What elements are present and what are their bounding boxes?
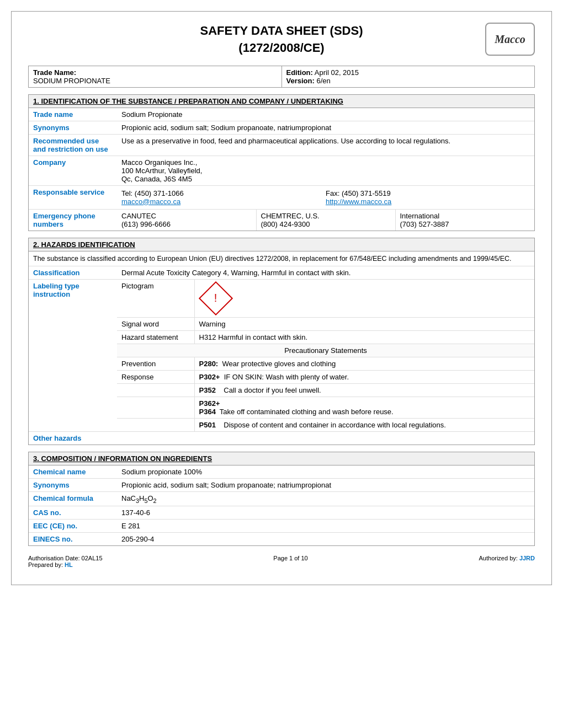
- section-2-number: 2.: [33, 240, 39, 249]
- value-eec: E 281: [117, 520, 534, 533]
- prevention-value: P280: Wear protective gloves and clothin…: [194, 357, 534, 370]
- label-chemical-name: Chemical name: [29, 465, 117, 479]
- emergency-col3-phone: (703) 527-3887: [400, 220, 449, 228]
- table-row-synonyms3: Synonyms Propionic acid, sodium salt; So…: [29, 478, 534, 491]
- trade-name-col: Trade Name: SODIUM PROPIONATE: [29, 66, 282, 87]
- labeling-precautionary-header-row: Precautionary Statements: [117, 344, 534, 357]
- labeling-pictogram-row: Pictogram !: [117, 280, 534, 318]
- trade-edition-row: Trade Name: SODIUM PROPIONATE Edition: A…: [28, 66, 535, 88]
- hazard-statement-value: H312 Harmful in contact with skin.: [194, 330, 534, 344]
- responsible-web[interactable]: http://www.macco.ca: [326, 197, 391, 206]
- table-row-chemical-name: Chemical name Sodium propionate 100%: [29, 465, 534, 479]
- section-1-table: Trade name Sodium Propionate Synonyms Pr…: [29, 108, 534, 231]
- edition-col: Edition: April 02, 2015 Version: 6/en: [282, 66, 535, 87]
- emergency-col3-name: International: [400, 212, 440, 220]
- page-title-block: SAFETY DATA SHEET (SDS) (1272/2008/CE): [78, 23, 485, 57]
- label-other-hazards: Other hazards: [29, 431, 117, 445]
- authorized-label: Authorized by:: [479, 555, 519, 561]
- edition-value: April 02, 2015: [315, 68, 359, 77]
- signal-word-value: Warning: [194, 317, 534, 330]
- value-chemical-name: Sodium propionate 100%: [117, 465, 534, 479]
- version-value: 6/en: [316, 77, 330, 85]
- table-row: Synonyms Propionic acid, sodium salt; So…: [29, 121, 534, 134]
- section-3-number: 3.: [33, 454, 39, 463]
- label-classification: Classification: [29, 266, 117, 280]
- table-row-classification: Classification Dermal Acute Toxicity Cat…: [29, 266, 534, 280]
- labeling-hazard-row: Hazard statement H312 Harmful in contact…: [117, 330, 534, 344]
- table-row-other-hazards: Other hazards: [29, 431, 534, 445]
- label-synonyms3: Synonyms: [29, 478, 117, 491]
- table-row: Recommended useand restriction on use Us…: [29, 134, 534, 156]
- table-row-responsible: Responsable service Tel: (450) 371-1066 …: [29, 185, 534, 209]
- section-3-header: 3. COMPOSITION / INFORMATION ON INGREDIE…: [29, 452, 534, 465]
- responsible-tel: Tel: (450) 371-1066: [121, 189, 184, 197]
- section-3: 3. COMPOSITION / INFORMATION ON INGREDIE…: [28, 452, 535, 547]
- label-chemical-formula: Chemical formula: [29, 491, 117, 506]
- value-trade-name: Sodium Propionate: [117, 108, 534, 121]
- label-labeling: Labeling typeinstruction: [29, 279, 117, 431]
- trade-name-label: Trade Name:: [33, 68, 76, 77]
- version-label: Version:: [286, 77, 315, 85]
- emergency-col1-phone: (613) 996-6666: [121, 220, 171, 228]
- prepared-value: HL: [65, 561, 73, 568]
- table-row-chemical-formula: Chemical formula NaC3H5O2: [29, 491, 534, 506]
- labeling-response-row3: P362+P364 Take off contaminated clothing…: [117, 397, 534, 418]
- title-line2: (1272/2008/CE): [238, 41, 324, 55]
- table-row-eec: EEC (CE) no. E 281: [29, 520, 534, 533]
- company-logo: Macco: [485, 23, 535, 56]
- value-cas: 137-40-6: [117, 506, 534, 520]
- response-p352-value: P352 Call a doctor if you feel unwell.: [194, 383, 534, 397]
- label-company: Company: [29, 156, 117, 185]
- table-row-einecs: EINECS no. 205-290-4: [29, 533, 534, 546]
- table-row-cas: CAS no. 137-40-6: [29, 506, 534, 520]
- labeling-response-row4: P501 Dispose of content and container in…: [117, 418, 534, 431]
- footer-center: Page 1 of 10: [103, 555, 479, 568]
- label-cas: CAS no.: [29, 506, 117, 520]
- trade-name-value: SODIUM PROPIONATE: [33, 77, 110, 85]
- value-labeling: Pictogram !: [117, 279, 534, 431]
- responsible-email[interactable]: macco@macco.ca: [121, 197, 180, 206]
- table-row: Company Macco Organiques Inc., 100 McArt…: [29, 156, 534, 185]
- label-recommended-use: Recommended useand restriction on use: [29, 134, 117, 156]
- label-responsible: Responsable service: [29, 185, 117, 209]
- section-2-header: 2. HAZARDS IDENTIFICATION: [29, 238, 534, 251]
- section-1-header: 1. IDENTIFICATION OF THE SUBSTANCE / PRE…: [29, 95, 534, 108]
- label-synonyms: Synonyms: [29, 121, 117, 134]
- labeling-response-row1: Response P302+ IF ON SKIN: Wash with ple…: [117, 370, 534, 383]
- label-trade-name: Trade name: [29, 108, 117, 121]
- value-other-hazards: [117, 431, 534, 445]
- response-p501-value: P501 Dispose of content and container in…: [194, 418, 534, 431]
- value-responsible: Tel: (450) 371-1066 macco@macco.ca Fax: …: [117, 185, 534, 209]
- section-2: 2. HAZARDS IDENTIFICATION The substance …: [28, 238, 535, 445]
- value-einecs: 205-290-4: [117, 533, 534, 546]
- section-3-table: Chemical name Sodium propionate 100% Syn…: [29, 465, 534, 546]
- hazard-pictogram: !: [199, 282, 530, 315]
- label-eec: EEC (CE) no.: [29, 520, 117, 533]
- page-container: SAFETY DATA SHEET (SDS) (1272/2008/CE) M…: [11, 11, 552, 585]
- labeling-response-row2: P352 Call a doctor if you feel unwell.: [117, 383, 534, 397]
- footer-right: Authorized by: JJRD: [479, 555, 535, 568]
- section-1: 1. IDENTIFICATION OF THE SUBSTANCE / PRE…: [28, 94, 535, 231]
- precautionary-header: Precautionary Statements: [117, 344, 534, 357]
- value-synonyms3: Propionic acid, sodium salt; Sodium prop…: [117, 478, 534, 491]
- value-classification: Dermal Acute Toxicity Category 4, Warnin…: [117, 266, 534, 280]
- table-row-labeling: Labeling typeinstruction Pictogram !: [29, 279, 534, 431]
- labeling-signal-row: Signal word Warning: [117, 317, 534, 330]
- label-emergency: Emergency phonenumbers: [29, 209, 117, 231]
- response-p362-value: P362+P364 Take off contaminated clothing…: [194, 397, 534, 418]
- value-recommended-use: Use as a preservative in food, feed and …: [117, 134, 534, 156]
- section-1-title: IDENTIFICATION OF THE SUBSTANCE / PREPAR…: [39, 97, 343, 105]
- emergency-col2-phone: (800) 424-9300: [261, 220, 310, 228]
- responsible-fax: Fax: (450) 371-5519: [326, 189, 391, 197]
- table-row-emergency: Emergency phonenumbers CANUTEC (613) 996…: [29, 209, 534, 231]
- labeling-prevention-row: Prevention P280: Wear protective gloves …: [117, 357, 534, 370]
- response-p302-value: P302+ IF ON SKIN: Wash with plenty of wa…: [194, 370, 534, 383]
- section-1-number: 1.: [33, 97, 39, 105]
- footer-left: Authorisation Date: 02AL15 Prepared by: …: [28, 555, 103, 568]
- page-number: Page 1 of 10: [273, 555, 307, 561]
- emergency-col2-name: CHEMTREC, U.S.: [261, 212, 320, 220]
- prepared-label: Prepared by:: [28, 561, 65, 568]
- section-3-title: COMPOSITION / INFORMATION ON INGREDIENTS: [39, 454, 212, 463]
- section-2-table: Classification Dermal Acute Toxicity Cat…: [29, 266, 534, 445]
- value-chemical-formula: NaC3H5O2: [117, 491, 534, 506]
